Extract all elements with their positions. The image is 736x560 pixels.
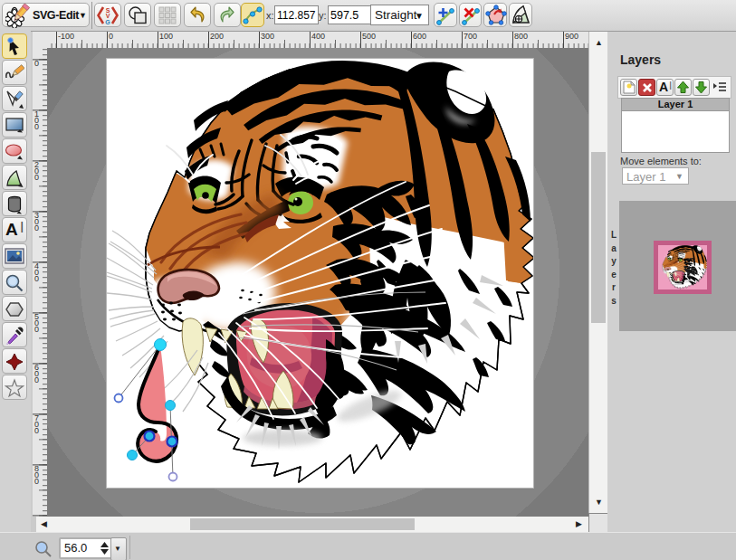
svg-text:G: G [105,19,110,25]
